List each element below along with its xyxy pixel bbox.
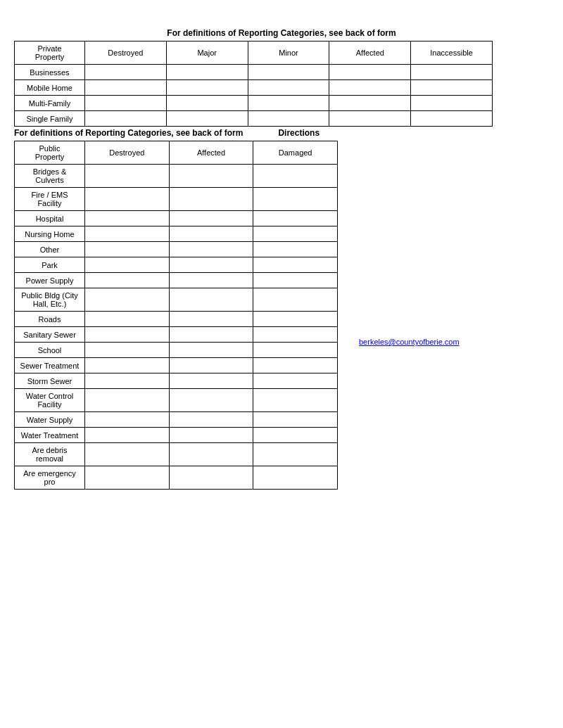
- row-label-power-supply: Power Supply: [15, 273, 85, 288]
- cell[interactable]: [169, 412, 253, 428]
- cell[interactable]: [85, 111, 167, 127]
- table-row: Storm Sewer: [15, 373, 338, 389]
- cell[interactable]: [329, 65, 411, 80]
- table-row: Are emergency pro: [15, 466, 338, 490]
- cell[interactable]: [85, 358, 170, 373]
- row-label-hospital: Hospital: [15, 211, 85, 226]
- cell[interactable]: [169, 466, 253, 490]
- col-affected: Affected: [329, 41, 411, 65]
- directions-label: Directions: [278, 128, 320, 138]
- row-label-bridges: Bridges &Culverts: [15, 165, 85, 188]
- cell[interactable]: [169, 358, 253, 373]
- row-label-sewer-treatment: Sewer Treatment: [15, 358, 85, 373]
- cell[interactable]: [253, 288, 338, 312]
- cell[interactable]: [85, 443, 170, 466]
- table-row: Bridges &Culverts: [15, 165, 338, 188]
- cell[interactable]: [253, 428, 338, 443]
- cell[interactable]: [85, 242, 170, 257]
- cell[interactable]: [85, 80, 167, 96]
- cell[interactable]: [253, 188, 338, 211]
- cell[interactable]: [253, 412, 338, 428]
- cell[interactable]: [169, 273, 253, 288]
- cell[interactable]: [248, 65, 329, 80]
- cell[interactable]: [169, 226, 253, 242]
- cell[interactable]: [411, 80, 493, 96]
- cell[interactable]: [253, 165, 338, 188]
- cell[interactable]: [253, 257, 338, 273]
- cell[interactable]: [411, 111, 493, 127]
- cell[interactable]: [253, 226, 338, 242]
- cell[interactable]: [85, 373, 170, 389]
- cell[interactable]: [329, 111, 411, 127]
- cell[interactable]: [85, 343, 170, 358]
- cell[interactable]: [253, 389, 338, 412]
- cell[interactable]: [253, 273, 338, 288]
- cell[interactable]: [85, 226, 170, 242]
- cell[interactable]: [169, 343, 253, 358]
- cell[interactable]: [169, 389, 253, 412]
- cell[interactable]: [85, 257, 170, 273]
- cell[interactable]: [253, 443, 338, 466]
- cell[interactable]: [85, 96, 167, 111]
- cell[interactable]: [169, 242, 253, 257]
- cell[interactable]: [169, 312, 253, 327]
- cell[interactable]: [169, 165, 253, 188]
- email-link[interactable]: berkeles@countyofberie.com: [359, 338, 460, 346]
- cell[interactable]: [329, 80, 411, 96]
- cell[interactable]: [329, 96, 411, 111]
- cell[interactable]: [85, 389, 170, 412]
- cell[interactable]: [253, 343, 338, 358]
- cell[interactable]: [248, 96, 329, 111]
- section1-header: For definitions of Reporting Categories,…: [14, 28, 549, 38]
- cell[interactable]: [253, 358, 338, 373]
- cell[interactable]: [169, 288, 253, 312]
- cell[interactable]: [169, 443, 253, 466]
- col-affected-pub: Affected: [169, 141, 253, 165]
- public-property-table: PublicProperty Destroyed Affected Damage…: [14, 141, 338, 490]
- cell[interactable]: [85, 428, 170, 443]
- table-row: Public Bldg (City Hall, Etc.): [15, 288, 338, 312]
- cell[interactable]: [166, 80, 248, 96]
- cell[interactable]: [169, 257, 253, 273]
- table-row: Hospital: [15, 211, 338, 226]
- cell[interactable]: [85, 327, 170, 343]
- cell[interactable]: [248, 111, 329, 127]
- table-row: Mobile Home: [15, 80, 493, 96]
- cell[interactable]: [85, 288, 170, 312]
- cell[interactable]: [85, 312, 170, 327]
- cell[interactable]: [166, 96, 248, 111]
- col-destroyed-pub: Destroyed: [85, 141, 170, 165]
- cell[interactable]: [166, 111, 248, 127]
- cell[interactable]: [169, 211, 253, 226]
- cell[interactable]: [411, 65, 493, 80]
- cell[interactable]: [169, 373, 253, 389]
- cell[interactable]: [253, 211, 338, 226]
- cell[interactable]: [85, 65, 167, 80]
- row-label-debris-removal: Are debris removal: [15, 443, 85, 466]
- cell[interactable]: [85, 211, 170, 226]
- row-label-emergency-pro: Are emergency pro: [15, 466, 85, 490]
- cell[interactable]: [169, 428, 253, 443]
- cell[interactable]: [411, 96, 493, 111]
- cell[interactable]: [85, 412, 170, 428]
- cell[interactable]: [85, 165, 170, 188]
- row-label-roads: Roads: [15, 312, 85, 327]
- cell[interactable]: [253, 466, 338, 490]
- table-row: Water Treatment: [15, 428, 338, 443]
- cell[interactable]: [253, 242, 338, 257]
- table-row: Businesses: [15, 65, 493, 80]
- cell[interactable]: [253, 327, 338, 343]
- cell[interactable]: [166, 65, 248, 80]
- cell[interactable]: [253, 312, 338, 327]
- table-row: Power Supply: [15, 273, 338, 288]
- cell[interactable]: [169, 327, 253, 343]
- col-major: Major: [166, 41, 248, 65]
- cell[interactable]: [85, 273, 170, 288]
- table-row: Sanitary Sewer: [15, 327, 338, 343]
- cell[interactable]: [248, 80, 329, 96]
- table-row: Are debris removal: [15, 443, 338, 466]
- cell[interactable]: [253, 373, 338, 389]
- cell[interactable]: [85, 466, 170, 490]
- cell[interactable]: [85, 188, 170, 211]
- cell[interactable]: [169, 188, 253, 211]
